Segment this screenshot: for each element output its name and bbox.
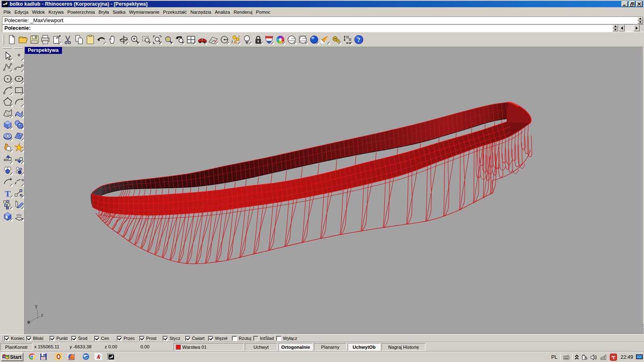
svg-text:?: ? [357, 36, 360, 43]
svg-text:y: y [35, 304, 37, 308]
svg-text:z: z [41, 313, 43, 317]
svg-text:✱: ✱ [27, 320, 31, 325]
